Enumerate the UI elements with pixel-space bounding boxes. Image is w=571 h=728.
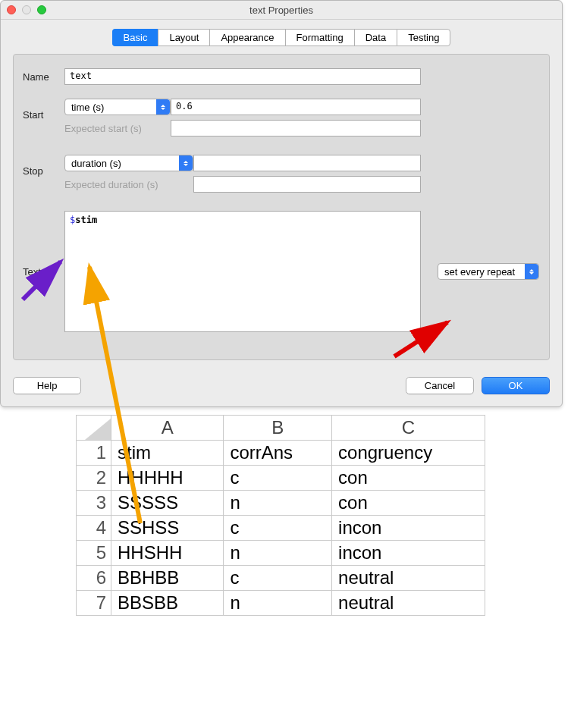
- text-input[interactable]: $stim: [64, 211, 421, 332]
- tab-data[interactable]: Data: [354, 29, 397, 46]
- col-header-row: A B C: [77, 416, 485, 441]
- properties-dialog: text Properties Basic Layout Appearance …: [0, 0, 563, 407]
- tab-testing[interactable]: Testing: [397, 29, 450, 46]
- table-row: 4 SSHSS c incon: [77, 516, 485, 541]
- start-row: Start time (s) 0.6 Expected start (s): [23, 99, 540, 141]
- tab-basic[interactable]: Basic: [112, 29, 158, 46]
- table-row: 2 HHHHH c con: [77, 466, 485, 491]
- expected-start-input[interactable]: [171, 120, 421, 136]
- stop-mode-select[interactable]: duration (s): [64, 155, 193, 171]
- cell[interactable]: SSSSS: [111, 491, 224, 516]
- row-header[interactable]: 3: [77, 491, 111, 516]
- cell[interactable]: incon: [332, 516, 485, 541]
- table-row: 7 BBSBB n neutral: [77, 591, 485, 616]
- stop-mode-value: duration (s): [71, 158, 121, 169]
- name-input[interactable]: text: [64, 68, 421, 85]
- ok-button[interactable]: OK: [482, 377, 550, 394]
- help-button[interactable]: Help: [13, 377, 81, 394]
- col-header-c[interactable]: C: [332, 416, 485, 441]
- expected-duration-input[interactable]: [193, 176, 421, 193]
- start-mode-value: time (s): [71, 102, 104, 113]
- cell[interactable]: c: [224, 566, 332, 591]
- start-mode-select[interactable]: time (s): [64, 99, 171, 115]
- expected-duration-label: Expected duration (s): [64, 179, 189, 190]
- cell[interactable]: congruency: [332, 441, 485, 466]
- text-row: Text $stim set every repeat: [23, 211, 540, 332]
- tab-layout[interactable]: Layout: [158, 29, 209, 46]
- stop-row: Stop duration (s) Expected duration (s): [23, 155, 540, 197]
- update-mode-select[interactable]: set every repeat: [438, 263, 539, 280]
- start-value-input[interactable]: 0.6: [171, 99, 421, 115]
- cell[interactable]: n: [224, 541, 332, 566]
- chevron-updown-icon: [525, 264, 538, 279]
- cell[interactable]: neutral: [332, 566, 485, 591]
- row-header[interactable]: 4: [77, 516, 111, 541]
- cell[interactable]: BBHBB: [111, 566, 224, 591]
- sheet-table[interactable]: A B C 1 stim corrAns congruency 2 HHHHH …: [76, 415, 485, 616]
- cell[interactable]: incon: [332, 541, 485, 566]
- cell[interactable]: BBSBB: [111, 591, 224, 616]
- table-row: 6 BBHBB c neutral: [77, 566, 485, 591]
- maximize-icon[interactable]: [37, 5, 46, 14]
- cell[interactable]: HHSHH: [111, 541, 224, 566]
- cancel-button[interactable]: Cancel: [406, 377, 474, 394]
- tab-formatting[interactable]: Formatting: [285, 29, 354, 46]
- corner-cell[interactable]: [77, 416, 111, 441]
- text-label: Text: [23, 266, 64, 278]
- cell[interactable]: SSHSS: [111, 516, 224, 541]
- chevron-updown-icon: [156, 99, 170, 115]
- cell[interactable]: c: [224, 516, 332, 541]
- table-row: 3 SSSSS n con: [77, 491, 485, 516]
- table-row: 5 HHSHH n incon: [77, 541, 485, 566]
- cell[interactable]: n: [224, 591, 332, 616]
- close-icon[interactable]: [7, 5, 16, 14]
- button-bar: Help Cancel OK: [1, 372, 562, 406]
- cell[interactable]: HHHHH: [111, 466, 224, 491]
- name-row: Name text: [23, 68, 540, 85]
- stop-label: Stop: [23, 155, 64, 177]
- cell[interactable]: stim: [111, 441, 224, 466]
- row-header[interactable]: 5: [77, 541, 111, 566]
- col-header-a[interactable]: A: [111, 416, 224, 441]
- tab-appearance[interactable]: Appearance: [209, 29, 284, 46]
- table-row: 1 stim corrAns congruency: [77, 441, 485, 466]
- start-label: Start: [23, 99, 64, 121]
- tab-bar: Basic Layout Appearance Formatting Data …: [1, 29, 562, 46]
- cell[interactable]: con: [332, 466, 485, 491]
- window-title: text Properties: [7, 5, 556, 16]
- row-header[interactable]: 1: [77, 441, 111, 466]
- basic-panel: Name text Start time (s) 0.6 Expected st…: [13, 54, 550, 360]
- cell[interactable]: neutral: [332, 591, 485, 616]
- cell[interactable]: n: [224, 491, 332, 516]
- chevron-updown-icon: [179, 155, 193, 171]
- titlebar: text Properties: [1, 1, 562, 20]
- name-label: Name: [23, 68, 64, 83]
- window-controls: [7, 5, 46, 14]
- col-header-b[interactable]: B: [224, 416, 332, 441]
- cell[interactable]: c: [224, 466, 332, 491]
- row-header[interactable]: 6: [77, 566, 111, 591]
- stop-value-input[interactable]: [193, 155, 421, 171]
- cell[interactable]: corrAns: [224, 441, 332, 466]
- row-header[interactable]: 7: [77, 591, 111, 616]
- cell[interactable]: con: [332, 491, 485, 516]
- minimize-icon: [22, 5, 31, 14]
- row-header[interactable]: 2: [77, 466, 111, 491]
- spreadsheet: A B C 1 stim corrAns congruency 2 HHHHH …: [76, 415, 485, 616]
- update-mode-value: set every repeat: [444, 266, 515, 278]
- expected-start-label: Expected start (s): [64, 123, 166, 134]
